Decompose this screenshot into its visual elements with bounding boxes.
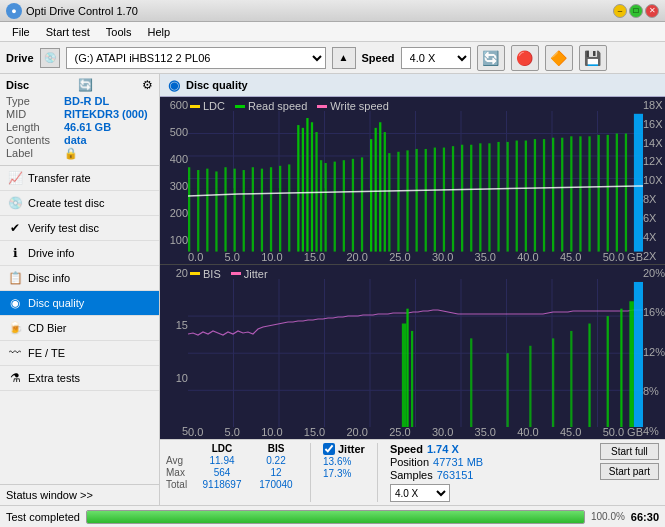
svg-rect-16 [197,170,199,252]
svg-rect-52 [479,143,481,251]
svg-rect-92 [620,308,622,427]
svg-rect-59 [543,139,545,251]
svg-rect-50 [461,145,463,252]
disc-info-icon: 📋 [8,271,22,285]
chart-bottom: BIS Jitter 2015105 20%16%12%8%4% [160,265,665,439]
svg-rect-20 [234,169,236,252]
svg-rect-41 [384,132,386,251]
samples-val: 763151 [437,469,474,481]
close-button[interactable]: ✕ [645,4,659,18]
drive-refresh-button[interactable]: ▲ [332,47,356,69]
verify-disc-icon: ✔ [8,221,22,235]
menu-file[interactable]: File [4,24,38,40]
sidebar: Disc 🔄 ⚙ Type BD-R DL MID RITEKDR3 (000)… [0,74,160,505]
type-value: BD-R DL [64,95,109,107]
svg-rect-42 [388,153,390,251]
mid-value: RITEKDR3 (000) [64,108,148,120]
extra-tests-icon: ⚗ [8,371,22,385]
status-window-label: Status window >> [6,489,93,501]
svg-rect-69 [634,114,643,252]
legend-bis: BIS [203,268,221,280]
sidebar-item-fe-te[interactable]: 〰 FE / TE [0,341,159,366]
svg-rect-54 [497,142,499,252]
label-icon: 🔒 [64,147,78,160]
disc-quality-icon: ◉ [8,296,22,310]
sidebar-item-disc-quality[interactable]: ◉ Disc quality [0,291,159,316]
svg-rect-49 [452,146,454,251]
app-icon: ● [6,3,22,19]
settings-button[interactable]: 🔶 [545,45,573,71]
svg-rect-90 [588,323,590,427]
main-content: Disc 🔄 ⚙ Type BD-R DL MID RITEKDR3 (000)… [0,74,665,505]
menu-tools[interactable]: Tools [98,24,140,40]
svg-rect-25 [279,166,281,252]
menu-start-test[interactable]: Start test [38,24,98,40]
drive-label: Drive [6,52,34,64]
svg-rect-26 [288,164,290,251]
drive-info-icon: ℹ [8,246,22,260]
start-part-button[interactable]: Start part [600,463,659,480]
sidebar-item-drive-info[interactable]: ℹ Drive info [0,241,159,266]
chart-top: LDC Read speed Write speed 6005004003002… [160,97,665,265]
start-full-button[interactable]: Start full [600,443,659,460]
svg-rect-47 [434,148,436,252]
right-panel: ◉ Disc quality [160,74,665,505]
sidebar-item-cd-bier[interactable]: 🍺 CD Bier [0,316,159,341]
contents-value: data [64,134,87,146]
disc-section-label: Disc [6,79,29,91]
svg-rect-64 [588,136,590,251]
transfer-rate-icon: 📈 [8,171,22,185]
jitter-header-label: Jitter [338,443,365,455]
samples-label: Samples [390,469,433,481]
svg-rect-94 [634,282,643,427]
svg-rect-84 [411,331,413,427]
position-val: 47731 MB [433,456,483,468]
save-button[interactable]: 💾 [579,45,607,71]
speed-info-label: Speed [390,443,423,455]
chart-bottom-legend: BIS Jitter [190,268,268,280]
sidebar-item-extra-tests[interactable]: ⚗ Extra tests [0,366,159,391]
jitter-checkbox[interactable] [323,443,335,455]
status-text: Test completed [6,511,80,523]
svg-rect-67 [616,133,618,251]
sidebar-item-transfer-rate[interactable]: 📈 Transfer rate [0,166,159,191]
sidebar-item-disc-info[interactable]: 📋 Disc info [0,266,159,291]
svg-rect-44 [406,150,408,251]
position-label: Position [390,456,429,468]
disc-settings-icon[interactable]: ⚙ [142,78,153,92]
sidebar-item-verify-test-disc[interactable]: ✔ Verify test disc [0,216,159,241]
create-disc-icon: 💿 [8,196,22,210]
minimize-button[interactable]: – [613,4,627,18]
svg-rect-30 [311,122,313,251]
speed-select[interactable]: 4.0 X [401,47,471,69]
disc-refresh-icon[interactable]: 🔄 [78,78,93,92]
stats-max-bis: 12 [250,467,302,478]
maximize-button[interactable]: □ [629,4,643,18]
info-button[interactable]: 🔴 [511,45,539,71]
stats-avg-bis: 0.22 [250,455,302,466]
disc-info-panel: Disc 🔄 ⚙ Type BD-R DL MID RITEKDR3 (000)… [0,74,159,166]
sidebar-item-create-test-disc[interactable]: 💿 Create test disc [0,191,159,216]
label-value: 🔒 [64,147,78,160]
status-window-toggle[interactable]: Status window >> [0,484,159,505]
drive-select[interactable]: (G:) ATAPI iHBS112 2 PL06 [66,47,326,69]
svg-rect-60 [552,138,554,252]
y-axis-right-top: 18X16X14X12X10X8X6X4X2X [643,97,665,264]
svg-rect-37 [361,157,363,251]
progress-bar-fill [87,511,584,523]
svg-rect-19 [224,167,226,251]
svg-rect-35 [343,160,345,251]
refresh-button[interactable]: 🔄 [477,45,505,71]
menu-help[interactable]: Help [139,24,178,40]
statusbar: Test completed 100.0% 66:30 [0,505,665,527]
stats-section: LDC BIS Avg 11.94 0.22 Max 564 12 Total … [160,439,665,505]
svg-rect-15 [188,167,190,251]
stats-ldc-header: LDC [194,443,250,454]
svg-rect-63 [579,136,581,251]
svg-rect-27 [297,125,299,252]
svg-rect-86 [507,353,509,427]
stats-speed-select[interactable]: 4.0 X [390,484,450,502]
svg-rect-83 [406,308,408,427]
length-key: Length [6,121,64,133]
svg-rect-29 [306,118,308,252]
